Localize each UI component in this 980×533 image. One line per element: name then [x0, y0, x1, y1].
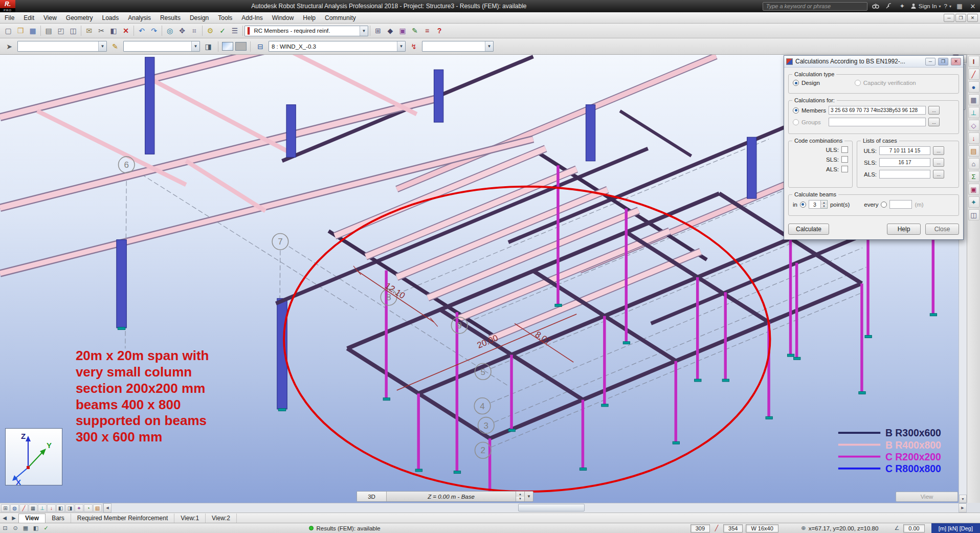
- tab-view[interactable]: View: [18, 514, 46, 523]
- zoom-window-icon[interactable]: ◎: [164, 25, 176, 37]
- selection-mode-icon[interactable]: ⊡: [0, 524, 10, 532]
- node-selection-combo[interactable]: ▼: [17, 41, 107, 52]
- tab-bars[interactable]: Bars: [46, 514, 71, 523]
- select-pointer-icon[interactable]: ➤: [3, 40, 15, 52]
- scroll-right-icon[interactable]: ▶: [959, 503, 967, 513]
- level-selector[interactable]: Z = 0.00 m - Base: [387, 492, 516, 501]
- axes-widget[interactable]: Z Y X: [5, 428, 62, 485]
- mdi-close-icon[interactable]: ✕: [967, 14, 978, 22]
- view-thumbnail-icon[interactable]: [222, 42, 233, 51]
- selection-filter-icon[interactable]: ◨: [202, 40, 214, 52]
- scroll-down-icon[interactable]: ▼: [959, 495, 967, 503]
- load-case-arrow-icon[interactable]: ▼: [397, 41, 405, 51]
- mdi-restore-icon[interactable]: ❐: [955, 14, 966, 22]
- menu-addins[interactable]: Add-Ins: [237, 13, 267, 23]
- sls-combination-checkbox[interactable]: [841, 156, 848, 163]
- bars-tool-icon[interactable]: ╱: [968, 69, 979, 80]
- menu-loads[interactable]: Loads: [98, 13, 124, 23]
- snap-settings-icon[interactable]: ⊙: [10, 524, 20, 532]
- uls-cases-browse-button[interactable]: ...: [933, 146, 944, 155]
- dialog-title-bar[interactable]: Calculations According to BS EN1992-... …: [784, 56, 963, 68]
- results-tool-icon[interactable]: Σ: [968, 171, 979, 182]
- layout-selector-combo[interactable]: ▌ RC Members - required reinf. ▼: [244, 26, 368, 36]
- display-attributes-icon[interactable]: ▣: [396, 25, 409, 37]
- menu-analysis[interactable]: Analysis: [123, 13, 155, 23]
- panels-tool-icon[interactable]: ▦: [968, 94, 979, 105]
- points-down-icon[interactable]: ▼: [821, 205, 827, 209]
- level-up-icon[interactable]: ▲: [516, 492, 524, 497]
- tables-icon[interactable]: ☰: [229, 25, 241, 37]
- groups-list-field[interactable]: [829, 118, 926, 126]
- help-context-icon[interactable]: ?: [433, 25, 446, 37]
- menu-view[interactable]: View: [39, 13, 61, 23]
- favorites-icon[interactable]: ✦: [897, 2, 907, 11]
- capacity-verification-radio[interactable]: [855, 80, 861, 86]
- steel-design-tool-icon[interactable]: ✦: [968, 196, 979, 208]
- reinforcement-icon[interactable]: ≡: [421, 25, 433, 37]
- mode-selection-arrow-icon[interactable]: ▼: [485, 41, 493, 51]
- every-distance-field[interactable]: [889, 200, 912, 209]
- horizontal-scroll-thumb[interactable]: [518, 504, 585, 512]
- view-manager-tool-icon[interactable]: ◫: [968, 209, 979, 220]
- background-swatch-icon[interactable]: [235, 42, 247, 51]
- titlebar-close-icon[interactable]: ✕: [968, 2, 978, 11]
- dialog-maximize-icon[interactable]: ❐: [938, 58, 948, 65]
- sections-tool-icon[interactable]: I: [968, 56, 979, 67]
- apps-grid-icon[interactable]: ▦: [954, 2, 965, 11]
- redo-icon[interactable]: ↷: [148, 25, 160, 37]
- releases-tool-icon[interactable]: ◇: [968, 120, 979, 131]
- als-cases-browse-button[interactable]: ...: [933, 170, 944, 179]
- calculate-button[interactable]: Calculate: [788, 224, 829, 235]
- pan-view-icon[interactable]: ✥: [176, 25, 188, 37]
- help-menu-button[interactable]: ? ▾: [944, 3, 951, 9]
- tab-scroll-right-icon[interactable]: ▶: [9, 514, 18, 522]
- design-radio[interactable]: [793, 80, 799, 86]
- menu-window[interactable]: Window: [268, 13, 299, 23]
- load-case-icon[interactable]: ⊟: [254, 40, 266, 52]
- confirm-icon[interactable]: ✓: [41, 524, 51, 532]
- view-mode-3d-button[interactable]: 3D: [357, 492, 387, 501]
- sign-in-button[interactable]: Sign In ▾: [910, 3, 941, 9]
- new-project-icon[interactable]: ▢: [2, 25, 14, 37]
- menu-design[interactable]: Design: [185, 13, 213, 23]
- members-browse-button[interactable]: ...: [928, 106, 940, 115]
- tab-required-member-reinforcement[interactable]: Required Member Reinforcement: [71, 514, 174, 523]
- analysis-run-icon[interactable]: ⚙: [204, 25, 216, 37]
- nodes-display-icon[interactable]: ◍: [10, 504, 19, 512]
- colors-display-icon[interactable]: ▧: [93, 504, 102, 512]
- deformation-display-icon[interactable]: ◔: [84, 504, 93, 512]
- print-icon[interactable]: ▤: [42, 25, 55, 37]
- units-indicator[interactable]: [m] [kN] [Deg]: [931, 523, 980, 533]
- load-types-tool-icon[interactable]: ▤: [968, 145, 979, 157]
- open-project-icon[interactable]: ❒: [14, 25, 27, 37]
- bars-display-icon[interactable]: ╱: [19, 504, 28, 512]
- tab-scroll-left-icon[interactable]: ◀: [0, 514, 9, 522]
- sls-cases-field[interactable]: 16 17: [879, 158, 930, 167]
- uls-cases-field[interactable]: 7 10 11 14 15: [879, 146, 930, 155]
- bar-selection-combo[interactable]: ▼: [123, 41, 200, 52]
- help-button[interactable]: Help: [887, 224, 921, 235]
- geometry-tool-icon[interactable]: ⌂: [968, 158, 979, 169]
- display-grid-icon[interactable]: ▦: [20, 524, 31, 532]
- nodes-tool-icon[interactable]: ●: [968, 81, 979, 93]
- dialog-minimize-icon[interactable]: ─: [925, 58, 936, 65]
- menu-tools[interactable]: Tools: [213, 13, 237, 23]
- copy-icon[interactable]: ◧: [107, 25, 120, 37]
- case-lightning-icon[interactable]: ↯: [408, 40, 420, 52]
- every-radio[interactable]: [881, 202, 887, 208]
- view-3d-icon[interactable]: ◆: [384, 25, 396, 37]
- als-combination-checkbox[interactable]: [841, 166, 848, 172]
- points-radio[interactable]: [800, 202, 806, 208]
- sections-display-icon[interactable]: ◧: [56, 504, 65, 512]
- layers-icon[interactable]: ◧: [31, 524, 41, 532]
- screen-capture-icon[interactable]: ◫: [67, 25, 79, 37]
- load-case-combo[interactable]: 8 : WIND_X_-0.3 ▼: [269, 41, 406, 52]
- groups-browse-button[interactable]: ...: [928, 118, 940, 126]
- als-cases-field[interactable]: [879, 170, 930, 179]
- loads-display-icon[interactable]: ↓: [47, 504, 56, 512]
- node-selection-arrow-icon[interactable]: ▼: [98, 41, 106, 51]
- grid-snap-icon[interactable]: ⌗: [188, 25, 201, 37]
- undo-icon[interactable]: ↶: [136, 25, 148, 37]
- reinforcement-tool-icon[interactable]: ▣: [968, 184, 979, 195]
- close-button[interactable]: Close: [925, 224, 959, 235]
